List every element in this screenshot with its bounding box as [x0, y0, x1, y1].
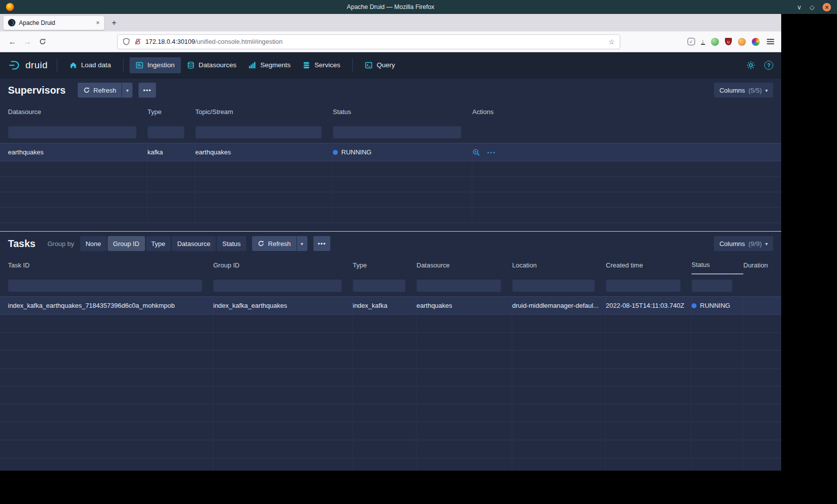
- column-header-created-time[interactable]: Created time: [606, 261, 692, 269]
- tasks-more-button[interactable]: •••: [313, 236, 331, 251]
- supervisors-status-filter-input[interactable]: [333, 126, 461, 138]
- column-header-status[interactable]: Status: [333, 108, 472, 116]
- tasks-created-time-filter-input[interactable]: [606, 279, 681, 292]
- tasks-columns-button[interactable]: Columns (9/9) ▾: [714, 236, 773, 251]
- window-minimize-icon[interactable]: ∨: [797, 4, 802, 10]
- nav-services[interactable]: Services: [296, 57, 346, 73]
- url-text[interactable]: 172.18.0.4:30109/unified-console.html#in…: [145, 38, 282, 45]
- column-header-actions[interactable]: Actions: [472, 108, 773, 116]
- url-bar[interactable]: 172.18.0.4:30109/unified-console.html#in…: [117, 34, 620, 49]
- column-header-task-id[interactable]: Task ID: [8, 261, 213, 269]
- back-icon[interactable]: ←: [5, 34, 20, 49]
- column-header-topic-stream[interactable]: Topic/Stream: [195, 108, 333, 116]
- column-header-type[interactable]: Type: [353, 261, 417, 269]
- cell-location: druid-middlemanager-defaul...: [512, 297, 606, 314]
- downloads-icon[interactable]: ↓: [701, 38, 705, 45]
- group-by-datasource-button[interactable]: Datasource: [172, 236, 216, 251]
- tasks-task-id-filter-input[interactable]: [8, 279, 202, 292]
- group-by-type-button[interactable]: Type: [146, 236, 171, 251]
- column-header-location[interactable]: Location: [512, 261, 606, 269]
- tasks-table-header: Task ID Group ID Type Datasource Locatio…: [0, 255, 781, 274]
- window-maximize-icon[interactable]: ◇: [810, 4, 815, 10]
- supervisors-topic-filter-input[interactable]: [195, 126, 322, 138]
- table-row-empty: [0, 208, 781, 223]
- tracking-protection-shield-icon[interactable]: [123, 38, 130, 45]
- nav-datasources[interactable]: Datasources: [181, 57, 243, 73]
- cell-topic-stream: earthquakes: [195, 143, 333, 161]
- desktop-background: Apache Druid — Mozilla Firefox ∨ ◇ × Apa…: [0, 0, 837, 504]
- nav-query[interactable]: Query: [359, 57, 401, 73]
- chevron-down-icon: ▾: [765, 88, 768, 93]
- tasks-refresh-caret-button[interactable]: ▾: [297, 236, 307, 251]
- bookmark-star-icon[interactable]: ☆: [608, 38, 615, 46]
- forward-icon[interactable]: →: [20, 34, 35, 49]
- help-icon[interactable]: ?: [764, 61, 773, 70]
- settings-gear-icon[interactable]: [746, 61, 755, 70]
- menu-icon[interactable]: [767, 38, 774, 45]
- supervisors-type-filter-input[interactable]: [147, 126, 184, 138]
- group-by-none-button[interactable]: None: [80, 236, 107, 251]
- tasks-refresh-button[interactable]: Refresh: [252, 236, 296, 251]
- nav-load-data[interactable]: Load data: [63, 57, 117, 73]
- column-header-type[interactable]: Type: [147, 108, 195, 116]
- column-header-group-id[interactable]: Group ID: [213, 261, 353, 269]
- row-more-actions-icon[interactable]: •••: [487, 149, 496, 155]
- filter-cell: [333, 121, 472, 143]
- url-path: /unified-console.html#ingestion: [195, 38, 282, 45]
- supervisors-refresh-caret-button[interactable]: ▾: [122, 83, 133, 98]
- supervisor-row-earthquakes[interactable]: earthquakes kafka earthquakes RUNNING ••…: [0, 143, 781, 161]
- orange-circle-extension-icon[interactable]: [738, 38, 746, 46]
- tasks-status-filter-input[interactable]: [692, 279, 732, 292]
- ublock-shield-icon[interactable]: u: [725, 38, 732, 45]
- supervisors-more-button[interactable]: •••: [139, 83, 156, 98]
- cell-duration: [743, 297, 773, 314]
- green-circle-extension-icon[interactable]: [711, 38, 719, 46]
- firefox-window: Apache Druid × + ← → 172.18.0.4:30109/un…: [0, 14, 781, 471]
- tab-bar: Apache Druid × +: [0, 14, 781, 31]
- table-row-empty: [0, 161, 781, 177]
- task-row-index-kafka-earthquakes[interactable]: index_kafka_earthquakes_7184357396d6c0a_…: [0, 296, 781, 315]
- supervisors-columns-button[interactable]: Columns (5/5) ▾: [714, 83, 773, 98]
- checkmark-badge-icon[interactable]: ✓: [688, 38, 695, 45]
- table-row-empty: [0, 315, 781, 333]
- druid-header: druid Load data Ingestion Datasources Se…: [0, 52, 781, 78]
- druid-favicon-icon: [8, 19, 15, 26]
- cell-datasource: earthquakes: [8, 143, 147, 161]
- new-tab-button[interactable]: +: [108, 16, 121, 29]
- druid-logo[interactable]: druid: [8, 59, 48, 72]
- tasks-datasource-filter-input[interactable]: [417, 279, 501, 292]
- tasks-location-filter-input[interactable]: [512, 279, 595, 292]
- toolbar-extensions: ✓ ↓ u: [688, 38, 775, 46]
- table-row-empty: [0, 192, 781, 208]
- column-header-status-sorted[interactable]: Status: [692, 255, 743, 274]
- magnifier-plus-icon[interactable]: [472, 148, 480, 156]
- browser-tab-apache-druid[interactable]: Apache Druid ×: [3, 16, 104, 30]
- nav-segments[interactable]: Segments: [242, 57, 296, 73]
- group-by-group-id-button[interactable]: Group ID: [108, 236, 145, 251]
- column-header-datasource[interactable]: Datasource: [417, 261, 512, 269]
- column-header-duration[interactable]: Duration: [743, 261, 773, 269]
- more-dots-icon: •••: [143, 87, 151, 94]
- nav-ingestion[interactable]: Ingestion: [130, 57, 181, 73]
- druid-header-right: ?: [746, 61, 773, 70]
- insecure-lock-icon[interactable]: [134, 38, 141, 45]
- column-header-datasource[interactable]: Datasource: [8, 108, 147, 116]
- reload-icon[interactable]: [35, 34, 50, 49]
- supervisors-refresh-button[interactable]: Refresh: [78, 83, 122, 98]
- group-by-status-button[interactable]: Status: [217, 236, 246, 251]
- refresh-icon: [258, 240, 265, 247]
- help-glyph: ?: [767, 62, 771, 68]
- chevron-down-icon: ▾: [126, 88, 129, 93]
- database-icon: [187, 61, 195, 69]
- nav-divider: [123, 59, 124, 72]
- tab-close-icon[interactable]: ×: [96, 19, 100, 26]
- table-row-empty: [0, 351, 781, 369]
- tasks-group-id-filter-input[interactable]: [213, 279, 342, 292]
- filter-cell: [8, 274, 213, 296]
- pinwheel-extension-icon[interactable]: [752, 38, 760, 46]
- tasks-type-filter-input[interactable]: [353, 279, 406, 292]
- window-close-icon[interactable]: ×: [823, 3, 831, 11]
- stacked-layers-icon: [302, 61, 310, 69]
- table-row-empty: [0, 440, 781, 458]
- supervisors-datasource-filter-input[interactable]: [8, 126, 137, 138]
